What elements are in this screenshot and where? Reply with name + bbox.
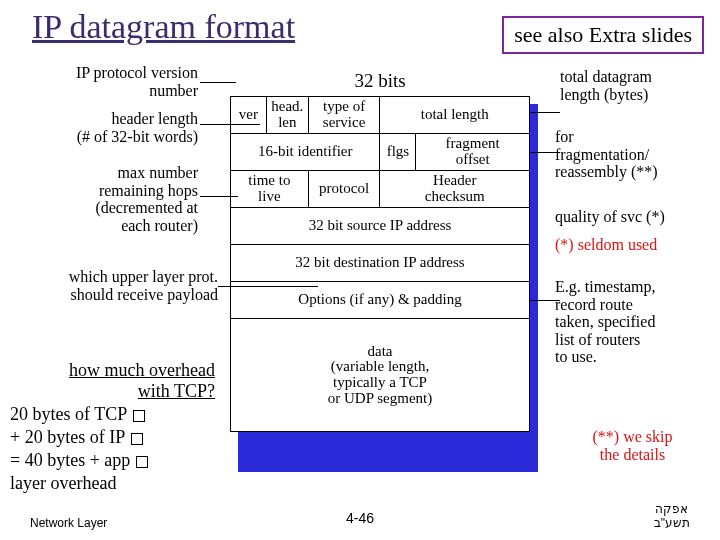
annotation-version: IP protocol version number [18,64,198,99]
field-src-ip: 32 bit source IP address [231,208,530,245]
connector-line [530,300,560,301]
field-tos: type of service [308,97,380,134]
field-ttl: time to live [231,171,309,208]
connector-line [200,124,260,125]
ip-header-table: ver head. len type of service total leng… [230,96,530,432]
annotation-total-length: total datagram length (bytes) [560,68,710,103]
field-data: data (variable length, typically a TCP o… [231,319,530,432]
field-frag-offset: fragment offset [416,134,530,171]
overhead-box: how much overhead with TCP? 20 bytes of … [10,360,215,494]
footer-hebrew: אפקה תשע"ב [654,502,690,530]
annotation-options-eg: E.g. timestamp, record route taken, spec… [555,278,710,366]
overhead-l4: layer overhead [10,473,215,494]
annotation-skip-details: (**) we skip the details [555,428,710,463]
overhead-l2: + 20 bytes of IP [10,427,215,448]
field-ver: ver [231,97,267,134]
overhead-q1: how much overhead [10,360,215,381]
annotation-upper-layer: which upper layer prot. should receive p… [0,268,218,303]
connector-line [200,196,238,197]
field-flags: flgs [380,134,416,171]
field-dst-ip: 32 bit destination IP address [231,245,530,282]
annotation-hlen: header length (# of 32-bit words) [18,110,198,145]
annotation-ttl: max number remaining hops (decremented a… [18,164,198,234]
connector-line [200,82,236,83]
field-protocol: protocol [308,171,380,208]
footer-left: Network Layer [30,516,107,530]
bullet-icon [131,433,143,445]
annotation-seldom-used: (*) seldom used [555,236,710,254]
annotation-qos: quality of svc (*) [555,208,710,226]
ip-datagram: ver head. len type of service total leng… [230,96,530,432]
page-number: 4-46 [346,510,374,526]
overhead-l3: = 40 bytes + app [10,450,215,471]
annotation-fragmentation: for fragmentation/ reassembly (**) [555,128,710,181]
overhead-l1: 20 bytes of TCP [10,404,215,425]
bullet-icon [133,410,145,422]
field-total-length: total length [380,97,530,134]
field-identifier: 16-bit identifier [231,134,380,171]
page-title: IP datagram format [32,8,295,46]
see-also-box: see also Extra slides [502,16,704,54]
overhead-q2: with TCP? [10,381,215,402]
bits-width-label: 32 bits [230,70,530,92]
field-checksum: Header checksum [380,171,530,208]
field-hlen: head. len [266,97,308,134]
connector-line [530,152,560,153]
bullet-icon [136,456,148,468]
connector-line [218,286,318,287]
field-options: Options (if any) & padding [231,282,530,319]
connector-line [530,112,560,113]
